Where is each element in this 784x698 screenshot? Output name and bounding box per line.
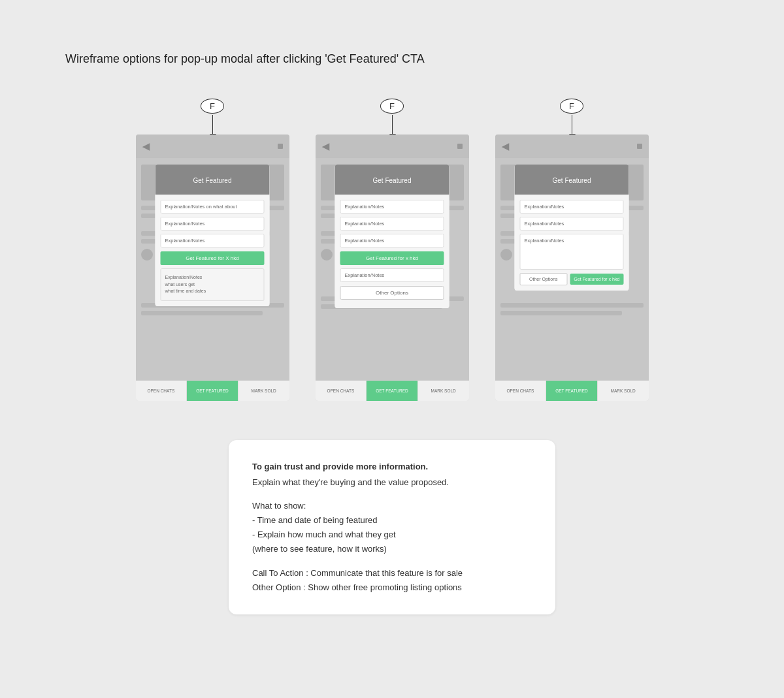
modal-box-1: Get Featured Explanation/Notes on what a… [155, 165, 270, 306]
modal-field-1a: Explanation/Notes on what about [161, 200, 265, 214]
f-badge-1: F [201, 99, 224, 114]
wireframe-3: F ◀ [492, 99, 652, 401]
modal-title-3: Get Featured [553, 177, 591, 184]
modal-content-3: Explanation/Notes Explanation/Notes Expl… [515, 195, 629, 291]
modal-header-1: Get Featured [155, 165, 270, 195]
menu-icon-3 [637, 144, 642, 149]
cta-button-2[interactable]: Get Featured for x hkd [340, 251, 444, 265]
back-arrow-3[interactable]: ◀ [502, 141, 509, 151]
info-bullet1: - Time and date of being featured [252, 513, 532, 528]
modal-field-2c: Explanation/Notes [340, 234, 444, 247]
modal-content-2: Explanation/Notes Explanation/Notes Expl… [335, 195, 449, 308]
phone-footer-1: OPEN CHATS GET FEATURED MARK SOLD [136, 380, 289, 401]
phone-header-2: ◀ [316, 135, 469, 158]
modal-field-2a: Explanation/Notes [340, 200, 444, 214]
info-bullet2b: (where to see feature, how it works) [252, 542, 532, 556]
modal-bottom-row-3: Other Options Get Featured for x hkd [520, 273, 624, 285]
modal-header-3: Get Featured [515, 165, 629, 195]
phone-frame-2: ◀ [316, 135, 469, 401]
back-arrow-2[interactable]: ◀ [322, 141, 329, 151]
wireframe-1: F ◀ [133, 99, 293, 401]
page-wrapper: Wireframe options for pop-up modal after… [0, 0, 784, 667]
modal-field-3b: Explanation/Notes [520, 217, 624, 230]
footer-tab-1c[interactable]: MARK SOLD [238, 381, 289, 401]
footer-tab-3c[interactable]: MARK SOLD [598, 381, 649, 401]
f-badge-area-3: F [560, 99, 583, 135]
info-section2: Call To Action : Communicate that this f… [252, 566, 532, 580]
arrow-2 [392, 115, 393, 135]
info-section1-label: What to show: [252, 499, 532, 513]
phone-footer-3: OPEN CHATS GET FEATURED MARK SOLD [495, 380, 649, 401]
cta-button-3[interactable]: Get Featured for x hkd [570, 274, 623, 285]
modal-3: Get Featured Explanation/Notes Explanati… [515, 165, 629, 291]
footer-tab-2c[interactable]: MARK SOLD [418, 381, 469, 401]
modal-header-2: Get Featured [335, 165, 449, 195]
menu-icon-1 [278, 144, 283, 149]
f-badge-area-2: F [380, 99, 404, 135]
page-title: Wireframe options for pop-up modal after… [65, 52, 719, 66]
phone-body-2: Get Featured Explanation/Notes Explanati… [316, 158, 469, 380]
info-bold-line: To gain trust and provide more informati… [252, 460, 532, 474]
modal-title-2: Get Featured [373, 177, 412, 184]
modal-2: Get Featured Explanation/Notes Explanati… [335, 165, 449, 308]
modal-textarea-3[interactable]: Explanation/Notes [520, 234, 624, 270]
phone-frame-1: ◀ [136, 135, 289, 401]
footer-tab-1a[interactable]: OPEN CHATS [136, 381, 188, 401]
modal-field-1b: Explanation/Notes [161, 217, 265, 230]
wireframe-2: F ◀ [312, 99, 472, 401]
phone-header-1: ◀ [136, 135, 289, 158]
extra-notes-2: Explanation/Notes [340, 268, 444, 282]
modal-content-1: Explanation/Notes on what about Explanat… [155, 195, 270, 306]
wireframes-row: F ◀ [65, 99, 719, 401]
footer-tab-3a[interactable]: OPEN CHATS [495, 381, 547, 401]
info-card: To gain trust and provide more informati… [229, 440, 555, 614]
info-bullet2: - Explain how much and what they get [252, 528, 532, 542]
modal-field-2b: Explanation/Notes [340, 217, 444, 230]
footer-tab-1b[interactable]: GET FEATURED [187, 381, 238, 401]
phone-body-1: Get Featured Explanation/Notes on what a… [136, 158, 289, 380]
cta-button-1[interactable]: Get Featured for X hkd [161, 251, 265, 265]
info-section3: Other Option : Show other free promoting… [252, 580, 532, 595]
modal-field-3a: Explanation/Notes [520, 200, 624, 214]
phone-footer-2: OPEN CHATS GET FEATURED MARK SOLD [316, 380, 469, 401]
modal-field-1c: Explanation/Notes [161, 234, 265, 247]
modal-title-1: Get Featured [193, 177, 232, 184]
phone-body-3: Get Featured Explanation/Notes Explanati… [495, 158, 649, 380]
back-arrow-1[interactable]: ◀ [142, 141, 150, 151]
menu-icon-2 [457, 144, 463, 149]
info-box-1: Explanation/Noteswhat users getwhat time… [161, 268, 265, 301]
modal-1: Get Featured Explanation/Notes on what a… [155, 165, 270, 306]
f-badge-2: F [380, 99, 404, 114]
f-badge-area-1: F [201, 99, 224, 135]
phone-frame-3: ◀ [495, 135, 649, 401]
footer-tab-2b[interactable]: GET FEATURED [367, 381, 418, 401]
info-line1: Explain what they're buying and the valu… [252, 475, 532, 490]
arrow-1 [212, 115, 213, 135]
modal-box-3: Get Featured Explanation/Notes Explanati… [515, 165, 629, 291]
arrow-3 [572, 115, 572, 135]
modal-box-2: Get Featured Explanation/Notes Explanati… [335, 165, 449, 308]
footer-tab-3b[interactable]: GET FEATURED [546, 381, 598, 401]
other-options-button-2[interactable]: Other Options [340, 286, 444, 300]
phone-header-3: ◀ [495, 135, 649, 158]
other-options-button-3[interactable]: Other Options [520, 273, 568, 285]
footer-tab-2a[interactable]: OPEN CHATS [316, 381, 367, 401]
f-badge-3: F [560, 99, 583, 114]
